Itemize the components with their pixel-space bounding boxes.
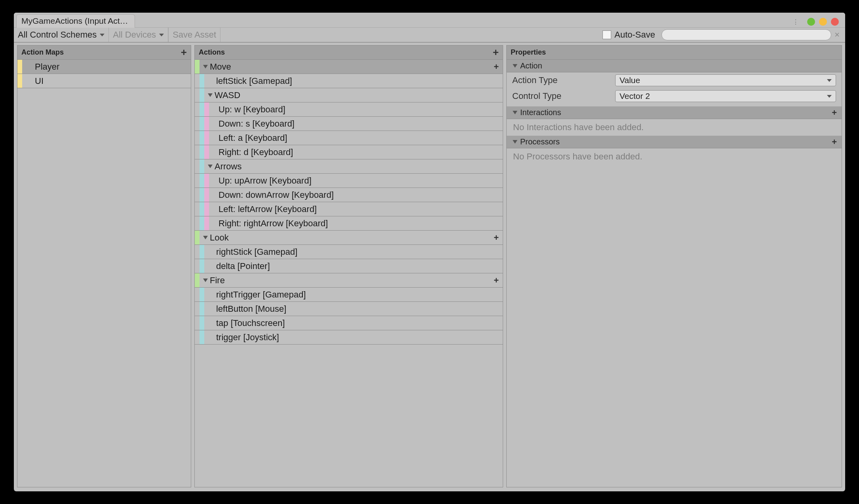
foldout-icon [511,111,519,114]
interactions-empty-message: No Interactions have been added. [507,119,842,136]
binding-item[interactable]: Left: leftArrow [Keyboard] [195,202,503,216]
action-item[interactable]: Fire + [195,273,503,288]
add-binding-button[interactable]: + [494,275,503,286]
action-section-label: Action [520,61,542,70]
binding-item[interactable]: Up: upArrow [Keyboard] [195,174,503,188]
binding-label: Down: downArrow [Keyboard] [218,190,334,200]
search-input[interactable] [661,29,831,40]
action-maps-title: Action Maps [21,48,64,57]
action-type-label: Action Type [512,75,615,85]
add-action-button[interactable]: + [493,46,499,59]
action-type-row: Action Type Value [507,72,842,88]
action-item[interactable]: Move + [195,60,503,74]
properties-header: Properties [507,45,842,60]
control-schemes-label: All Control Schemes [18,30,97,40]
binding-item[interactable]: tap [Touchscreen] [195,316,503,330]
color-stripe [200,245,204,259]
foldout-icon[interactable] [207,165,214,168]
binding-item[interactable]: trigger [Joystick] [195,330,503,345]
binding-item[interactable]: Right: rightArrow [Keyboard] [195,216,503,231]
binding-label: rightStick [Gamepad] [215,247,297,257]
color-stripe [200,316,204,330]
titlebar: MyGameActions (Input Act… ⋮ [14,13,845,28]
color-stripe [195,231,200,244]
save-asset-button[interactable]: Save Asset [168,28,220,42]
binding-item[interactable]: Left: a [Keyboard] [195,131,503,145]
color-stripe [195,273,200,287]
window-tab[interactable]: MyGameActions (Input Act… [16,14,135,28]
control-schemes-dropdown[interactable]: All Control Schemes [14,28,109,42]
binding-label: leftButton [Mouse] [215,304,286,314]
foldout-icon[interactable] [202,236,209,239]
composite-item[interactable]: WASD [195,88,503,102]
binding-label: Left: a [Keyboard] [218,133,287,143]
foldout-icon[interactable] [207,93,214,97]
processors-section-header[interactable]: Processors + [507,136,842,148]
binding-item[interactable]: delta [Pointer] [195,259,503,273]
composite-item[interactable]: Arrows [195,159,503,174]
control-type-row: Control Type Vector 2 [507,88,842,104]
color-stripe [200,145,204,159]
add-interaction-button[interactable]: + [832,108,837,118]
action-type-value: Value [620,76,640,85]
close-button[interactable] [831,18,839,26]
binding-item[interactable]: leftStick [Gamepad] [195,74,503,88]
add-binding-button[interactable]: + [494,62,503,72]
minimize-button[interactable] [807,18,815,26]
control-type-dropdown[interactable]: Vector 2 [615,90,836,102]
binding-item[interactable]: Up: w [Keyboard] [195,102,503,117]
color-stripe [200,117,204,131]
color-stripe [200,131,204,145]
interactions-section-header[interactable]: Interactions + [507,106,842,119]
binding-item[interactable]: leftButton [Mouse] [195,302,503,316]
toolbar: All Control Schemes All Devices Save Ass… [14,28,845,43]
binding-label: Up: w [Keyboard] [218,104,285,115]
binding-label: rightTrigger [Gamepad] [215,290,306,300]
foldout-icon[interactable] [202,279,209,282]
action-label: Fire [209,275,225,286]
color-stripe [200,88,204,102]
action-map-item[interactable]: UI [17,74,191,88]
binding-item[interactable]: Down: s [Keyboard] [195,117,503,131]
color-stripe [204,216,209,230]
binding-item[interactable]: Right: d [Keyboard] [195,145,503,159]
action-section-header[interactable]: Action [507,60,842,72]
action-item[interactable]: Look + [195,231,503,245]
zoom-button[interactable] [819,18,827,26]
color-stripe [200,159,204,173]
devices-label: All Devices [113,30,156,40]
color-stripe [200,330,204,344]
binding-label: Left: leftArrow [Keyboard] [218,204,317,214]
color-stripe [200,74,204,88]
binding-item[interactable]: Down: downArrow [Keyboard] [195,188,503,202]
auto-save-toggle[interactable]: Auto-Save [602,28,655,42]
checkbox-icon[interactable] [602,30,611,39]
action-type-dropdown[interactable]: Value [615,74,836,86]
actions-title: Actions [199,48,225,57]
binding-item[interactable]: rightStick [Gamepad] [195,245,503,259]
devices-dropdown[interactable]: All Devices [109,28,168,42]
add-processor-button[interactable]: + [832,137,837,147]
color-stripe [204,145,209,159]
clear-search-icon[interactable]: × [831,30,843,40]
binding-item[interactable]: rightTrigger [Gamepad] [195,288,503,302]
properties-title: Properties [511,48,546,57]
color-stripe [17,74,22,88]
tab-title: MyGameActions (Input Act… [21,16,128,26]
action-map-item[interactable]: Player [17,60,191,74]
binding-label: Right: rightArrow [Keyboard] [218,218,328,229]
add-binding-button[interactable]: + [494,233,503,243]
editor-window: MyGameActions (Input Act… ⋮ All Control … [14,13,845,491]
add-action-map-button[interactable]: + [181,46,187,59]
foldout-icon[interactable] [202,65,209,68]
color-stripe [204,202,209,216]
action-maps-panel: Action Maps + Player UI [17,45,191,487]
window-controls: ⋮ [792,18,843,27]
control-type-label: Control Type [512,91,615,101]
binding-label: Down: s [Keyboard] [218,119,295,129]
action-maps-header: Action Maps + [17,45,191,60]
composite-label: WASD [214,90,240,100]
control-type-value: Vector 2 [620,91,650,101]
menu-dots-icon[interactable]: ⋮ [792,18,799,26]
binding-label: tap [Touchscreen] [215,318,285,328]
